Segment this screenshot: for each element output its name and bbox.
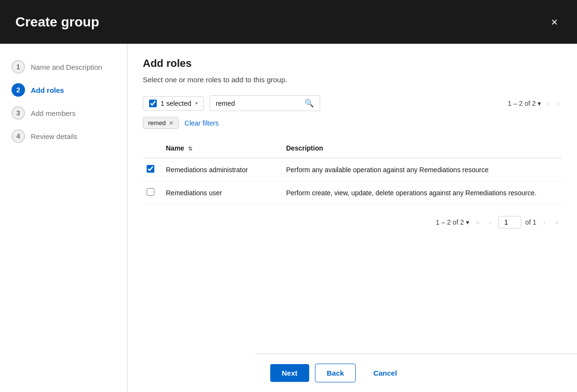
modal-body: 1 Name and Description 2 Add roles 3 Add… bbox=[0, 44, 577, 392]
select-all-checkbox[interactable] bbox=[149, 100, 157, 107]
role-name-cell: Remediations user bbox=[162, 181, 282, 204]
step-1-label: Name and Description bbox=[31, 63, 102, 71]
search-input[interactable] bbox=[216, 100, 301, 107]
close-button[interactable]: × bbox=[547, 13, 562, 31]
sidebar: 1 Name and Description 2 Add roles 3 Add… bbox=[0, 44, 127, 392]
table-row: Remediations user Perform create, view, … bbox=[143, 181, 562, 204]
role-description-cell: Perform create, view, update, delete ope… bbox=[282, 181, 562, 204]
clear-filters-button[interactable]: Clear filters bbox=[185, 119, 219, 127]
chevron-down-icon: ▾ bbox=[538, 100, 541, 107]
role-description-cell: Perform any available operation against … bbox=[282, 158, 562, 181]
next-page-button-bottom[interactable]: › bbox=[540, 216, 549, 228]
of-label: of 1 bbox=[525, 218, 536, 226]
step-2-number: 2 bbox=[12, 83, 25, 97]
table-header-check bbox=[143, 139, 162, 158]
sidebar-item-add-roles[interactable]: 2 Add roles bbox=[0, 78, 127, 101]
modal-footer: Next Back Cancel bbox=[255, 354, 577, 392]
toolbar: 1 selected ▾ 🔍 1 – 2 of 2 ▾ ‹ › bbox=[143, 95, 562, 111]
top-pagination-label[interactable]: 1 – 2 of 2 ▾ bbox=[508, 100, 541, 107]
section-subtitle: Select one or more roles to add to this … bbox=[143, 76, 562, 84]
table-header-row: Name ⇅ Description bbox=[143, 139, 562, 158]
step-3-number: 3 bbox=[12, 106, 25, 120]
table-row: Remediations administrator Perform any a… bbox=[143, 158, 562, 181]
row-checkbox-cell bbox=[143, 158, 162, 181]
cancel-button[interactable]: Cancel bbox=[362, 364, 408, 382]
filter-row: remed ✕ Clear filters bbox=[143, 117, 562, 129]
next-page-button[interactable]: › bbox=[555, 97, 562, 110]
step-4-number: 4 bbox=[12, 129, 25, 143]
sort-icon[interactable]: ⇅ bbox=[188, 146, 192, 152]
last-page-button[interactable]: » bbox=[552, 216, 562, 228]
sidebar-item-review-details[interactable]: 4 Review details bbox=[0, 125, 127, 148]
filter-tag-label: remed bbox=[148, 119, 166, 126]
selected-count-label: 1 selected bbox=[161, 100, 191, 107]
role-checkbox-0[interactable] bbox=[147, 165, 154, 173]
search-icon[interactable]: 🔍 bbox=[304, 99, 314, 108]
step-2-label: Add roles bbox=[31, 86, 64, 94]
step-3-label: Add members bbox=[31, 109, 75, 117]
filter-tag-remove-button[interactable]: ✕ bbox=[169, 120, 174, 126]
search-box: 🔍 bbox=[210, 95, 320, 111]
bottom-pagination-label[interactable]: 1 – 2 of 2 ▾ bbox=[436, 218, 469, 226]
chevron-down-icon: ▾ bbox=[195, 101, 198, 106]
table-header-name[interactable]: Name ⇅ bbox=[162, 139, 282, 158]
roles-table: Name ⇅ Description Remediations administ… bbox=[143, 139, 562, 204]
prev-page-button-bottom[interactable]: ‹ bbox=[487, 216, 495, 228]
bottom-pagination: 1 – 2 of 2 ▾ « ‹ of 1 › » bbox=[143, 216, 562, 228]
row-checkbox-cell bbox=[143, 181, 162, 204]
chevron-down-icon: ▾ bbox=[466, 218, 469, 226]
section-title: Add roles bbox=[143, 57, 562, 70]
step-4-label: Review details bbox=[31, 132, 77, 140]
modal-title: Create group bbox=[15, 14, 99, 30]
selected-dropdown[interactable]: 1 selected ▾ bbox=[143, 96, 204, 111]
sidebar-item-add-members[interactable]: 3 Add members bbox=[0, 101, 127, 125]
back-button[interactable]: Back bbox=[315, 364, 356, 382]
page-number-input[interactable] bbox=[498, 216, 521, 228]
role-checkbox-1[interactable] bbox=[147, 188, 154, 196]
filter-tag-remed: remed ✕ bbox=[143, 117, 179, 129]
top-pagination: 1 – 2 of 2 ▾ ‹ › bbox=[508, 97, 562, 110]
modal-header: Create group × bbox=[0, 0, 577, 44]
main-content: Add roles Select one or more roles to ad… bbox=[127, 44, 577, 354]
role-name-cell: Remediations administrator bbox=[162, 158, 282, 181]
prev-page-button[interactable]: ‹ bbox=[545, 97, 551, 110]
sidebar-item-name-description[interactable]: 1 Name and Description bbox=[0, 55, 127, 78]
next-button[interactable]: Next bbox=[270, 364, 309, 382]
create-group-modal: Create group × 1 Name and Description 2 … bbox=[0, 0, 577, 392]
step-1-number: 1 bbox=[12, 60, 25, 74]
first-page-button[interactable]: « bbox=[473, 216, 483, 228]
table-header-description: Description bbox=[282, 139, 562, 158]
